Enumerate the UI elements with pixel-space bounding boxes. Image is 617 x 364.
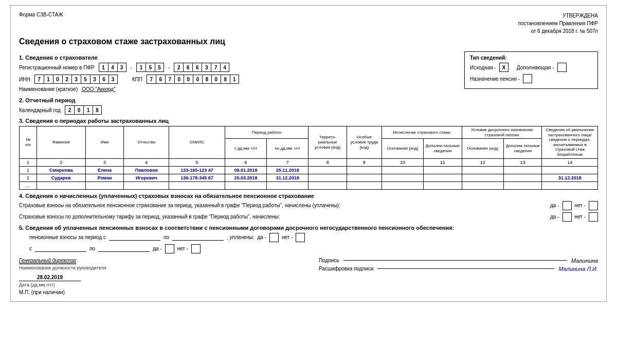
col-territory: Террито-риальные условия (код) xyxy=(308,126,347,159)
row-0-col-4: Павловна xyxy=(124,166,169,174)
col-num-13: 13 xyxy=(503,158,542,166)
row-1-col-7: 31.12.2018 xyxy=(267,174,308,181)
col-from: с дд.мм. гггг xyxy=(225,139,266,158)
work-table: №п/п Фамилия Имя Отчество СНИЛС Период р… xyxy=(19,126,598,190)
row-0-col-5: 133-165-123 47 xyxy=(169,166,225,174)
pension-from-2 xyxy=(35,246,86,252)
col-num-7: 7 xyxy=(267,158,308,166)
kpp-cells: 7 6 7 0 0 0 8 0 8 1 xyxy=(147,75,239,84)
position-label: Наименование должности руководителя xyxy=(19,265,298,270)
col-name: Имя xyxy=(85,126,124,159)
col-dismissal: Сведения об увольнении застрахованного л… xyxy=(542,126,598,159)
pension-label: Назначение пенсии - xyxy=(470,76,520,82)
col-to: по дд.мм. гггг xyxy=(267,139,308,158)
pension-from-1 xyxy=(109,234,160,241)
yes-label-1: да - xyxy=(550,203,559,208)
yes-label-5b: да - xyxy=(153,246,162,251)
col-num-1: 1 xyxy=(20,158,37,166)
year-cells: 2 0 1 8 xyxy=(65,105,102,115)
no-box-1 xyxy=(589,201,598,210)
row-1-col-1: 2 xyxy=(20,174,37,181)
mp-label: М.П. (при наличии) xyxy=(19,289,298,295)
pension-line1-mid: по xyxy=(164,234,169,240)
col-ins-basis: Основание (код) xyxy=(382,139,423,158)
row-2-col-14 xyxy=(542,181,598,189)
pension-to-2 xyxy=(98,246,150,252)
row-0-col-7: 25.11.2018 xyxy=(267,166,308,174)
row-1-col-9 xyxy=(347,174,382,181)
row-2-col-10 xyxy=(382,181,423,189)
col-num-2: 2 xyxy=(37,158,85,166)
section4-line2: Страховые взносы по дополнительному тари… xyxy=(19,214,547,220)
supplemental-label: Дополняющая - xyxy=(517,65,554,70)
row-2-col-6 xyxy=(225,181,266,189)
row-0-col-2: Смирнова xyxy=(37,166,85,174)
pension-to-1 xyxy=(172,234,224,241)
pension-line1-pre: пенсионные взносы за период с xyxy=(29,234,106,240)
col-num-12: 12 xyxy=(462,158,503,166)
main-title: Сведения о страховом стаже застрахованны… xyxy=(19,37,598,46)
decode-value: Малинина Л.И. xyxy=(558,266,598,272)
signature-value: Малинина xyxy=(571,258,598,264)
reg-label: Регистрационный номер в ПФР xyxy=(19,65,95,70)
row-2-col-12 xyxy=(462,181,503,189)
row-0-col-8 xyxy=(308,166,347,174)
pension-line2-mid: по xyxy=(89,246,95,251)
row-1-col-3: Роман xyxy=(85,174,124,181)
section3-title: 3. Сведения о периодах работы застрахова… xyxy=(19,118,598,124)
date-label: Дата (дд.мм.гггг) xyxy=(19,282,298,287)
row-0-col-13 xyxy=(503,166,542,174)
yes-box-2 xyxy=(562,212,572,222)
row-2-col-8 xyxy=(308,181,347,189)
no-box-2 xyxy=(589,212,598,222)
col-num-3: 3 xyxy=(85,158,124,166)
col-ins-add: Дополни-тельные сведения xyxy=(424,139,462,158)
row-2-col-2 xyxy=(37,181,85,189)
yes-box-5a xyxy=(269,233,279,242)
col-nn: №п/п xyxy=(20,126,37,159)
inn-cells: 7 1 0 2 3 5 3 6 3 xyxy=(34,75,118,84)
director-title: Генеральный директор xyxy=(19,258,76,264)
col-num-11: 11 xyxy=(424,158,462,166)
signature-label: Подпись xyxy=(319,258,339,263)
col-num-6: 6 xyxy=(225,158,266,166)
col-num-8: 8 xyxy=(308,158,347,166)
row-2-col-4 xyxy=(124,181,169,189)
decode-line xyxy=(377,268,554,269)
reg-part1: 1 4 3 xyxy=(99,63,126,72)
yes-label-5a: да - xyxy=(257,234,266,240)
no-label-2: нет - xyxy=(575,214,586,220)
signature-line xyxy=(343,260,567,261)
decode-label: Расшифровка подписи xyxy=(319,266,373,271)
section4-line1: Страховые взносы на обязательное пенсион… xyxy=(19,203,547,208)
row-2-col-9 xyxy=(347,181,382,189)
year-label: Календарный год xyxy=(19,107,61,113)
col-num-14: 14 xyxy=(542,158,598,166)
row-2-col-13 xyxy=(503,181,542,189)
approved-block: УТВЕРЖДЕНА постановлением Правления ПФР … xyxy=(518,12,598,35)
date-value: 28.02.2019 xyxy=(19,275,81,281)
col-insurance: Исчисление страхового стажа xyxy=(382,126,462,139)
name-label: Наименование (краткое) xyxy=(19,86,78,92)
org-name: ООО "Аккорд" xyxy=(82,86,115,92)
pension-value xyxy=(523,74,532,83)
row-1-col-10 xyxy=(382,174,423,181)
section4-title: 4. Сведения о начисленных (уплаченных) с… xyxy=(19,193,598,199)
row-2-col-3 xyxy=(85,181,124,189)
no-label-5a: нет - xyxy=(282,234,293,240)
col-patronymic: Отчество xyxy=(124,126,169,159)
col-special: Особые условия труда (код) xyxy=(347,126,382,159)
col-num-10: 10 xyxy=(382,158,423,166)
row-0-col-3: Елена xyxy=(85,166,124,174)
no-box-5a xyxy=(296,233,305,242)
row-1-col-12 xyxy=(462,174,503,181)
row-0-col-14 xyxy=(542,166,598,174)
row-0-col-11 xyxy=(424,166,462,174)
yes-label-2: да - xyxy=(550,214,559,220)
col-early: Условия досрочного назначения страховой … xyxy=(462,126,542,139)
col-num-9: 9 xyxy=(347,158,382,166)
row-0-col-9 xyxy=(347,166,382,174)
yes-box-5b xyxy=(165,244,174,253)
row-1-col-11 xyxy=(424,174,462,181)
col-snils: СНИЛС xyxy=(169,126,225,159)
